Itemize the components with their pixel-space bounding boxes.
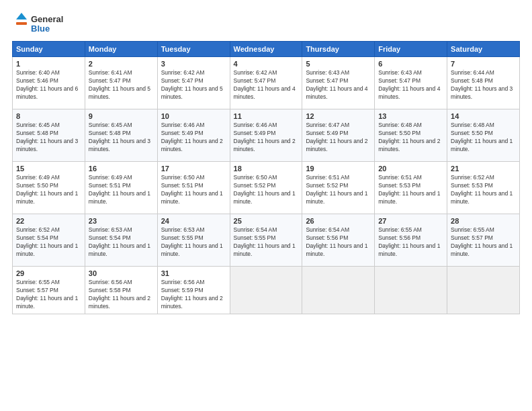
day-info: Sunrise: 6:40 AMSunset: 5:46 PMDaylight:… <box>16 69 81 101</box>
calendar-cell: 18Sunrise: 6:50 AMSunset: 5:52 PMDayligh… <box>230 162 302 214</box>
calendar-cell: 16Sunrise: 6:49 AMSunset: 5:51 PMDayligh… <box>85 162 157 214</box>
day-info: Sunrise: 6:49 AMSunset: 5:51 PMDaylight:… <box>89 174 154 206</box>
page: General Blue SundayMondayTuesdayWednesda… <box>0 0 532 411</box>
calendar-cell: 25Sunrise: 6:54 AMSunset: 5:55 PMDayligh… <box>230 214 302 267</box>
calendar-cell: 1Sunrise: 6:40 AMSunset: 5:46 PMDaylight… <box>13 57 85 109</box>
day-number: 5 <box>306 60 371 68</box>
calendar-cell: 5Sunrise: 6:43 AMSunset: 5:47 PMDaylight… <box>302 57 375 109</box>
day-info: Sunrise: 6:43 AMSunset: 5:47 PMDaylight:… <box>306 69 371 101</box>
calendar-cell: 7Sunrise: 6:44 AMSunset: 5:48 PMDaylight… <box>447 57 520 109</box>
day-number: 8 <box>16 112 81 120</box>
svg-rect-3 <box>16 22 27 25</box>
day-info: Sunrise: 6:54 AMSunset: 5:55 PMDaylight:… <box>234 226 299 259</box>
calendar-cell: 15Sunrise: 6:49 AMSunset: 5:50 PMDayligh… <box>13 162 85 214</box>
header: General Blue <box>12 10 520 36</box>
day-number: 3 <box>161 60 226 68</box>
day-number: 24 <box>161 217 226 225</box>
day-info: Sunrise: 6:47 AMSunset: 5:49 PMDaylight:… <box>306 122 371 154</box>
day-number: 7 <box>451 60 516 68</box>
day-number: 1 <box>16 60 81 68</box>
day-number: 23 <box>89 217 154 225</box>
svg-text:Blue: Blue <box>31 24 50 34</box>
calendar-week-3: 15Sunrise: 6:49 AMSunset: 5:50 PMDayligh… <box>13 162 520 214</box>
day-info: Sunrise: 6:48 AMSunset: 5:50 PMDaylight:… <box>451 122 516 154</box>
day-number: 11 <box>234 112 299 120</box>
calendar-table: SundayMondayTuesdayWednesdayThursdayFrid… <box>12 41 520 314</box>
day-number: 30 <box>89 269 154 277</box>
col-header-wednesday: Wednesday <box>230 42 302 57</box>
calendar-cell: 10Sunrise: 6:46 AMSunset: 5:49 PMDayligh… <box>157 109 230 162</box>
logo: General Blue <box>12 10 73 36</box>
day-info: Sunrise: 6:50 AMSunset: 5:51 PMDaylight:… <box>161 174 226 206</box>
day-info: Sunrise: 6:55 AMSunset: 5:57 PMDaylight:… <box>451 226 516 259</box>
calendar-week-4: 22Sunrise: 6:52 AMSunset: 5:54 PMDayligh… <box>13 214 520 267</box>
calendar-cell: 19Sunrise: 6:51 AMSunset: 5:52 PMDayligh… <box>302 162 375 214</box>
col-header-sunday: Sunday <box>13 42 85 57</box>
day-number: 20 <box>378 165 443 173</box>
calendar-cell: 22Sunrise: 6:52 AMSunset: 5:54 PMDayligh… <box>13 214 85 267</box>
calendar-cell <box>375 267 447 314</box>
calendar-cell: 28Sunrise: 6:55 AMSunset: 5:57 PMDayligh… <box>447 214 520 267</box>
day-info: Sunrise: 6:48 AMSunset: 5:50 PMDaylight:… <box>378 122 443 154</box>
col-header-friday: Friday <box>375 42 447 57</box>
day-number: 17 <box>161 165 226 173</box>
day-number: 16 <box>89 165 154 173</box>
col-header-saturday: Saturday <box>447 42 520 57</box>
day-number: 2 <box>89 60 154 68</box>
calendar-week-2: 8Sunrise: 6:45 AMSunset: 5:48 PMDaylight… <box>13 109 520 162</box>
calendar-cell: 24Sunrise: 6:53 AMSunset: 5:55 PMDayligh… <box>157 214 230 267</box>
day-info: Sunrise: 6:46 AMSunset: 5:49 PMDaylight:… <box>234 122 299 154</box>
day-info: Sunrise: 6:46 AMSunset: 5:49 PMDaylight:… <box>161 122 226 154</box>
day-number: 4 <box>234 60 299 68</box>
day-info: Sunrise: 6:53 AMSunset: 5:54 PMDaylight:… <box>89 226 154 259</box>
day-info: Sunrise: 6:41 AMSunset: 5:47 PMDaylight:… <box>89 69 154 101</box>
day-info: Sunrise: 6:55 AMSunset: 5:56 PMDaylight:… <box>378 226 443 259</box>
calendar-cell: 9Sunrise: 6:45 AMSunset: 5:48 PMDaylight… <box>85 109 157 162</box>
day-info: Sunrise: 6:54 AMSunset: 5:56 PMDaylight:… <box>306 226 371 259</box>
day-info: Sunrise: 6:51 AMSunset: 5:53 PMDaylight:… <box>378 174 443 206</box>
day-info: Sunrise: 6:43 AMSunset: 5:47 PMDaylight:… <box>378 69 443 101</box>
col-header-tuesday: Tuesday <box>157 42 230 57</box>
day-number: 29 <box>16 269 81 277</box>
day-info: Sunrise: 6:49 AMSunset: 5:50 PMDaylight:… <box>16 174 81 206</box>
day-number: 10 <box>161 112 226 120</box>
day-number: 26 <box>306 217 371 225</box>
day-number: 9 <box>89 112 154 120</box>
calendar-cell: 23Sunrise: 6:53 AMSunset: 5:54 PMDayligh… <box>85 214 157 267</box>
logo-svg: General Blue <box>12 10 73 36</box>
day-number: 22 <box>16 217 81 225</box>
calendar-cell: 13Sunrise: 6:48 AMSunset: 5:50 PMDayligh… <box>375 109 447 162</box>
day-number: 6 <box>378 60 443 68</box>
day-info: Sunrise: 6:56 AMSunset: 5:59 PMDaylight:… <box>161 279 226 311</box>
day-number: 14 <box>451 112 516 120</box>
day-number: 18 <box>234 165 299 173</box>
calendar-cell: 3Sunrise: 6:42 AMSunset: 5:47 PMDaylight… <box>157 57 230 109</box>
day-info: Sunrise: 6:51 AMSunset: 5:52 PMDaylight:… <box>306 174 371 206</box>
day-number: 15 <box>16 165 81 173</box>
calendar-header-row: SundayMondayTuesdayWednesdayThursdayFrid… <box>13 42 520 57</box>
calendar-week-1: 1Sunrise: 6:40 AMSunset: 5:46 PMDaylight… <box>13 57 520 109</box>
day-info: Sunrise: 6:42 AMSunset: 5:47 PMDaylight:… <box>234 69 299 101</box>
day-number: 21 <box>451 165 516 173</box>
day-info: Sunrise: 6:45 AMSunset: 5:48 PMDaylight:… <box>89 122 154 154</box>
day-info: Sunrise: 6:50 AMSunset: 5:52 PMDaylight:… <box>234 174 299 206</box>
calendar-cell: 6Sunrise: 6:43 AMSunset: 5:47 PMDaylight… <box>375 57 447 109</box>
col-header-thursday: Thursday <box>302 42 375 57</box>
day-info: Sunrise: 6:44 AMSunset: 5:48 PMDaylight:… <box>451 69 516 101</box>
calendar-cell <box>302 267 375 314</box>
calendar-cell <box>230 267 302 314</box>
day-number: 13 <box>378 112 443 120</box>
day-info: Sunrise: 6:45 AMSunset: 5:48 PMDaylight:… <box>16 122 81 154</box>
calendar-cell: 11Sunrise: 6:46 AMSunset: 5:49 PMDayligh… <box>230 109 302 162</box>
calendar-cell: 20Sunrise: 6:51 AMSunset: 5:53 PMDayligh… <box>375 162 447 214</box>
col-header-monday: Monday <box>85 42 157 57</box>
svg-marker-2 <box>16 13 27 19</box>
day-number: 25 <box>234 217 299 225</box>
day-info: Sunrise: 6:52 AMSunset: 5:53 PMDaylight:… <box>451 174 516 206</box>
calendar-cell: 12Sunrise: 6:47 AMSunset: 5:49 PMDayligh… <box>302 109 375 162</box>
day-info: Sunrise: 6:42 AMSunset: 5:47 PMDaylight:… <box>161 69 226 101</box>
day-number: 12 <box>306 112 371 120</box>
calendar-cell: 29Sunrise: 6:55 AMSunset: 5:57 PMDayligh… <box>13 267 85 314</box>
day-number: 19 <box>306 165 371 173</box>
calendar-cell: 4Sunrise: 6:42 AMSunset: 5:47 PMDaylight… <box>230 57 302 109</box>
